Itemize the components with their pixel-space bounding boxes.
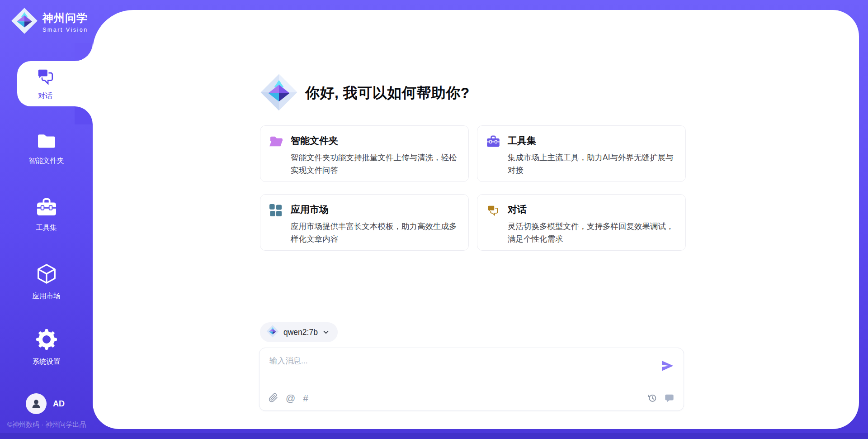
card-toolset[interactable]: 工具集 集成市场上主流工具，助力AI与外界无缝扩展与对接 bbox=[477, 125, 686, 182]
user-profile[interactable]: AD bbox=[26, 393, 65, 414]
card-description: 智能文件夹功能支持批量文件上传与清洗，轻松实现文件问答 bbox=[291, 151, 459, 177]
open-folder-icon bbox=[269, 134, 283, 181]
send-icon[interactable] bbox=[660, 359, 675, 373]
diamond-logo-icon bbox=[266, 325, 279, 339]
sidebar-footer-text: ©神州数码 · 神州问学出品 bbox=[7, 420, 86, 429]
cube-icon bbox=[37, 263, 57, 286]
sidebar-item-settings[interactable]: 系统设置 bbox=[0, 329, 93, 367]
sidebar-item-label: 对话 bbox=[38, 91, 52, 101]
sidebar-item-smart-folder[interactable]: 智能文件夹 bbox=[0, 132, 93, 166]
brand-name: 神州问学 bbox=[42, 11, 88, 25]
card-chat[interactable]: 对话 灵活切换多模型文件，支持多样回复效果调试，满足个性化需求 bbox=[477, 194, 686, 251]
chat-bubble-icon[interactable] bbox=[664, 393, 675, 403]
main-content-card: 你好, 我可以如何帮助你? 智能文件夹 智能文件夹功能支持批量文件上传与清洗，轻… bbox=[93, 10, 859, 429]
model-name: qwen2:7b bbox=[283, 328, 318, 337]
sidebar-item-label: 系统设置 bbox=[33, 357, 61, 367]
bottom-edge-bar bbox=[0, 433, 868, 439]
card-smart-folder[interactable]: 智能文件夹 智能文件夹功能支持批量文件上传与清洗，轻松实现文件问答 bbox=[260, 125, 469, 182]
card-title: 对话 bbox=[508, 203, 676, 216]
active-tab-fillet-top bbox=[75, 43, 93, 61]
brand-logo: 神州问学 Smart Vision bbox=[11, 7, 88, 37]
gear-icon bbox=[36, 329, 57, 352]
card-title: 智能文件夹 bbox=[291, 134, 459, 147]
avatar bbox=[26, 393, 47, 414]
card-description: 灵活切换多模型文件，支持多样回复效果调试，满足个性化需求 bbox=[508, 220, 676, 245]
card-description: 应用市场提供丰富长文本模板，助力高效生成多样化文章内容 bbox=[291, 220, 459, 245]
sidebar-item-label: 应用市场 bbox=[33, 291, 61, 301]
folder-icon bbox=[36, 132, 57, 151]
chevron-down-icon bbox=[322, 329, 330, 336]
card-app-market[interactable]: 应用市场 应用市场提供丰富长文本模板，助力高效生成多样化文章内容 bbox=[260, 194, 469, 251]
sidebar-item-app-market[interactable]: 应用市场 bbox=[0, 263, 93, 301]
history-icon[interactable] bbox=[647, 393, 657, 403]
greeting-row: 你好, 我可以如何帮助你? bbox=[260, 73, 470, 114]
diamond-logo-icon bbox=[11, 7, 38, 37]
at-icon[interactable]: @ bbox=[286, 393, 295, 403]
chat-icon bbox=[36, 67, 55, 88]
user-name: AD bbox=[53, 399, 65, 409]
greeting-text: 你好, 我可以如何帮助你? bbox=[305, 83, 470, 103]
sidebar-item-label: 工具集 bbox=[36, 223, 57, 233]
sidebar-item-label: 智能文件夹 bbox=[29, 156, 64, 166]
sidebar-item-chat[interactable]: 对话 bbox=[17, 61, 99, 106]
chat-icon bbox=[486, 203, 500, 250]
message-composer: @ # bbox=[259, 348, 684, 411]
message-input[interactable] bbox=[269, 356, 649, 366]
feature-cards-grid: 智能文件夹 智能文件夹功能支持批量文件上传与清洗，轻松实现文件问答 工具集 集成… bbox=[260, 125, 687, 251]
brand-diamond-logo-icon bbox=[260, 73, 298, 114]
card-title: 工具集 bbox=[508, 134, 676, 147]
sidebar: 神州问学 Smart Vision 对话 智能文件夹 bbox=[0, 0, 93, 439]
sidebar-item-toolset[interactable]: 工具集 bbox=[0, 198, 93, 233]
hash-icon[interactable]: # bbox=[303, 393, 308, 403]
grid-icon bbox=[269, 203, 283, 250]
card-title: 应用市场 bbox=[291, 203, 459, 216]
paperclip-icon[interactable] bbox=[269, 393, 278, 403]
composer-toolbar-right bbox=[647, 393, 675, 403]
composer-toolbar-left: @ # bbox=[269, 393, 308, 403]
model-selector[interactable]: qwen2:7b bbox=[260, 322, 338, 342]
composer-divider bbox=[266, 384, 677, 384]
toolbox-icon bbox=[486, 134, 500, 181]
brand-subtitle: Smart Vision bbox=[42, 27, 88, 33]
active-tab-fillet-bottom bbox=[75, 106, 93, 124]
toolbox-icon bbox=[36, 198, 57, 218]
card-description: 集成市场上主流工具，助力AI与外界无缝扩展与对接 bbox=[508, 151, 676, 177]
